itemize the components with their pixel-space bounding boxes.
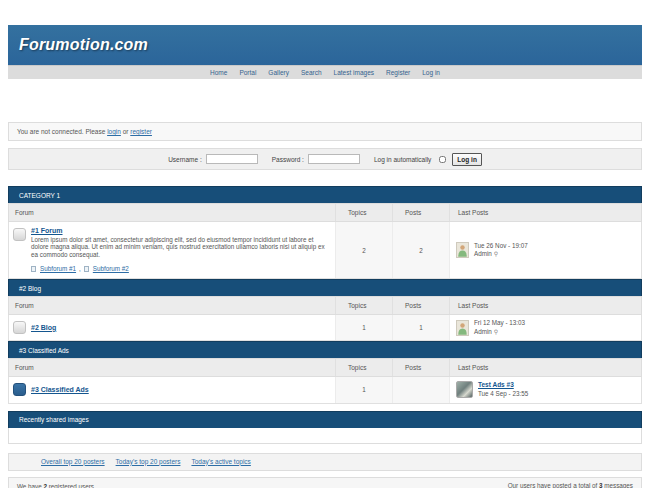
view-latest-post-icon[interactable]: ⚲: [494, 328, 498, 336]
forum-cell: #3 Classified Ads: [9, 377, 335, 402]
view-latest-post-icon[interactable]: ⚲: [494, 250, 498, 258]
last-post-info: Tue 26 Nov - 19:07 Admin ⚲: [474, 242, 528, 259]
users-count: 2: [44, 483, 48, 488]
logo-main: Forumotion: [19, 36, 110, 53]
quick-login-form: Username : Password : Log in automatical…: [8, 148, 642, 170]
category-1-section: CATEGORY 1 Forum Topics Posts Last Posts…: [8, 186, 642, 279]
last-post-topic-link[interactable]: Test Ads #3: [478, 381, 514, 388]
nav-portal[interactable]: Portal: [239, 69, 256, 76]
default-avatar: [456, 242, 469, 258]
blog-topics-count: 1: [335, 315, 392, 340]
column-header-forum: Forum: [9, 297, 335, 314]
blog-section-title: #2 Blog: [8, 279, 642, 296]
overall-top-posters-link[interactable]: Overall top 20 posters: [41, 458, 105, 465]
login-link[interactable]: login: [107, 128, 121, 135]
register-link[interactable]: register: [130, 128, 152, 135]
auto-login-label: Log in automatically: [374, 156, 431, 163]
forum-row-1: #1 Forum Lorem ipsum dolor sit amet, con…: [8, 222, 642, 279]
last-post-info: Test Ads #3 Tue 4 Sep - 23:55: [478, 381, 528, 398]
column-header-topics: Topics: [335, 204, 392, 221]
last-post-info: Fri 12 May - 13:03 Admin ⚲: [474, 319, 525, 336]
logo-suffix: .com: [110, 36, 148, 53]
column-header-posts: Posts: [392, 297, 449, 314]
column-header-forum: Forum: [9, 204, 335, 221]
auto-login-checkbox[interactable]: [439, 156, 446, 163]
forum-cell: #2 Blog: [9, 315, 335, 340]
nav-latest-images[interactable]: Latest images: [334, 69, 374, 76]
forum-status-icon-new-posts: [13, 383, 26, 396]
category-1-table-header: Forum Topics Posts Last Posts: [8, 203, 642, 222]
messages-count: 3: [599, 482, 603, 488]
main-nav: Home Portal Gallery Search Latest images…: [8, 65, 642, 79]
today-top-posters-link[interactable]: Today's top 20 posters: [116, 458, 181, 465]
column-header-last-posts: Last Posts: [449, 204, 641, 221]
column-header-last-posts: Last Posts: [449, 359, 641, 376]
messages-total: Our users have posted a total of 3 messa…: [508, 482, 633, 488]
messages-post: messages: [604, 482, 633, 488]
header-banner: Forumotion.com: [8, 25, 642, 65]
forum-1-posts-count: 2: [392, 222, 449, 278]
today-active-topics-link[interactable]: Today's active topics: [191, 458, 250, 465]
subforum-1-link[interactable]: Subforum #1: [40, 265, 76, 272]
column-header-forum: Forum: [9, 359, 335, 376]
category-1-title: CATEGORY 1: [8, 186, 642, 203]
blog-posts-count: 1: [392, 315, 449, 340]
ads-section: #3 Classified Ads Forum Topics Posts Las…: [8, 341, 642, 403]
last-post-date: Tue 26 Nov - 19:07: [474, 242, 528, 251]
users-post: registered users: [49, 483, 94, 488]
last-post-thumbnail[interactable]: [456, 381, 473, 398]
nav-login[interactable]: Log in: [422, 69, 440, 76]
ads-forum-link[interactable]: #3 Classified Ads: [31, 386, 89, 393]
nav-register[interactable]: Register: [386, 69, 410, 76]
forum-info: #1 Forum Lorem ipsum dolor sit amet, con…: [31, 227, 331, 272]
column-header-posts: Posts: [392, 204, 449, 221]
column-header-last-posts: Last Posts: [449, 297, 641, 314]
forum-1-topics-count: 2: [335, 222, 392, 278]
nav-gallery[interactable]: Gallery: [268, 69, 289, 76]
statistics-links: Overall top 20 posters Today's top 20 po…: [8, 453, 642, 471]
forum-row-ads: #3 Classified Ads 1 Test Ads #3 Tue 4 Se…: [8, 377, 642, 403]
ads-table-header: Forum Topics Posts Last Posts: [8, 358, 642, 377]
users-pre: We have: [17, 483, 42, 488]
default-avatar: [456, 320, 469, 336]
username-input[interactable]: [206, 154, 258, 164]
username-label: Username :: [168, 156, 202, 163]
subforum-separator: ,: [79, 265, 81, 272]
nav-search[interactable]: Search: [301, 69, 322, 76]
password-label: Password :: [272, 156, 304, 163]
last-post-author: Admin: [474, 250, 492, 259]
subforum-icon: [31, 266, 36, 272]
forum-cell: #1 Forum Lorem ipsum dolor sit amet, con…: [9, 222, 335, 278]
connect-notice-text: You are not connected. Please: [17, 128, 105, 135]
login-button[interactable]: Log in: [452, 153, 482, 166]
ads-last-post: Test Ads #3 Tue 4 Sep - 23:55: [449, 377, 641, 402]
recent-images-section: Recently shared images: [8, 411, 642, 444]
subforum-2-link[interactable]: Subforum #2: [93, 265, 129, 272]
recent-images-title: Recently shared images: [8, 411, 642, 428]
forum-1-last-post: Tue 26 Nov - 19:07 Admin ⚲: [449, 222, 641, 278]
last-post-date: Tue 4 Sep - 23:55: [478, 390, 528, 399]
blog-forum-link[interactable]: #2 Blog: [31, 324, 56, 331]
blog-last-post: Fri 12 May - 13:03 Admin ⚲: [449, 315, 641, 340]
recent-images-body: [8, 428, 642, 444]
last-post-author: Admin: [474, 328, 492, 337]
ads-section-title: #3 Classified Ads: [8, 341, 642, 358]
column-header-topics: Topics: [335, 359, 392, 376]
ads-posts-count: [392, 377, 449, 402]
nav-home[interactable]: Home: [210, 69, 227, 76]
forum-1-link[interactable]: #1 Forum: [31, 227, 63, 234]
blog-table-header: Forum Topics Posts Last Posts: [8, 296, 642, 315]
password-input[interactable]: [308, 154, 360, 164]
connect-notice: You are not connected. Please login or r…: [8, 122, 642, 141]
forum-status-icon: [13, 321, 26, 334]
forum-1-description: Lorem ipsum dolor sit amet, consectetur …: [31, 236, 331, 258]
ads-topics-count: 1: [335, 377, 392, 402]
site-logo: Forumotion.com: [19, 36, 148, 54]
connect-notice-or: or: [123, 128, 129, 135]
page: Forumotion.com Home Portal Gallery Searc…: [0, 25, 650, 488]
members-stats-box: We have 2 registered users The newest re…: [8, 477, 642, 488]
forum-row-blog: #2 Blog 1 1 Fri 12 May - 13:03 Admin ⚲: [8, 315, 642, 341]
members-stats: We have 2 registered users The newest re…: [17, 482, 122, 488]
messages-pre: Our users have posted a total of: [508, 482, 598, 488]
last-post-date: Fri 12 May - 13:03: [474, 319, 525, 328]
